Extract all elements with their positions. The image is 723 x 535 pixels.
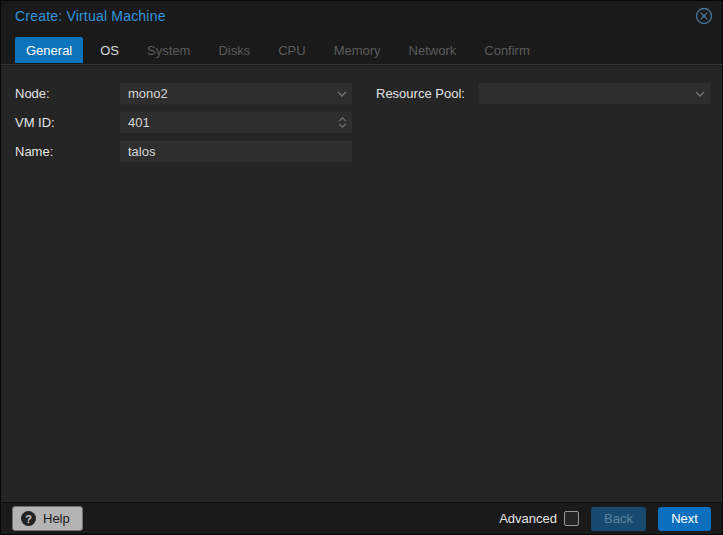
wizard-tabstrip: General OS System Disks CPU Memory Netwo… <box>1 33 722 65</box>
name-field[interactable] <box>119 140 353 163</box>
tab-disks: Disks <box>207 37 261 63</box>
advanced-checkbox[interactable] <box>564 511 579 526</box>
create-vm-dialog: Create: Virtual Machine General OS Syste… <box>0 0 723 535</box>
resource-pool-input[interactable] <box>479 83 690 104</box>
back-button[interactable]: Back <box>591 507 646 531</box>
next-button[interactable]: Next <box>658 507 711 531</box>
tab-system: System <box>136 37 201 63</box>
dialog-header: Create: Virtual Machine <box>1 1 722 33</box>
node-label: Node: <box>15 82 50 105</box>
name-label: Name: <box>15 140 53 163</box>
name-input[interactable] <box>120 141 352 162</box>
node-combobox[interactable] <box>119 82 353 105</box>
dialog-footer: ? Help Advanced Back Next <box>1 502 722 534</box>
tab-confirm: Confirm <box>473 37 541 63</box>
general-tab-panel: Node: VM ID: Name: Resource Pool: <box>1 66 722 504</box>
advanced-label: Advanced <box>499 511 557 526</box>
resource-pool-combobox[interactable] <box>478 82 711 105</box>
spinner-up-down-icon[interactable] <box>332 112 352 133</box>
tab-network: Network <box>398 37 468 63</box>
vmid-label: VM ID: <box>15 111 55 134</box>
resource-pool-label: Resource Pool: <box>376 82 465 105</box>
dialog-title: Create: Virtual Machine <box>15 8 166 24</box>
question-mark-icon: ? <box>21 511 36 526</box>
tab-memory: Memory <box>323 37 392 63</box>
tab-general[interactable]: General <box>15 37 83 63</box>
help-button[interactable]: ? Help <box>12 506 83 531</box>
chevron-down-icon[interactable] <box>332 83 352 104</box>
help-button-label: Help <box>43 511 70 526</box>
close-icon[interactable] <box>695 7 713 25</box>
vmid-spinner-field[interactable] <box>119 111 353 134</box>
node-input[interactable] <box>120 83 332 104</box>
tab-cpu: CPU <box>267 37 316 63</box>
tab-os[interactable]: OS <box>89 37 130 63</box>
vmid-input[interactable] <box>120 112 332 133</box>
chevron-down-icon[interactable] <box>690 83 710 104</box>
